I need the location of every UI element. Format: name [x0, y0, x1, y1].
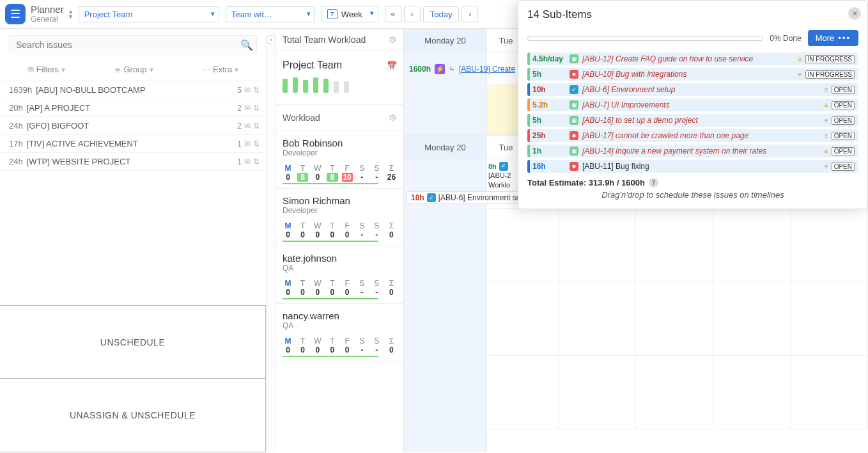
issue-type-icon: ■ — [570, 70, 578, 79]
mail-icon: ✉ — [244, 104, 251, 113]
person-role: QA — [283, 321, 397, 330]
person-name: nancy.warren — [283, 310, 397, 321]
subitem-row[interactable]: 5h ■ [ABU-10] Bug with integrations ≡ IN… — [527, 68, 858, 81]
nav-next[interactable]: › — [461, 6, 478, 22]
unschedule-zone[interactable]: UNSCHEDULE — [0, 305, 266, 379]
issue-type-icon: ▣ — [570, 116, 578, 125]
funnel-icon: ⛃ — [27, 65, 34, 74]
cal-refresh-icon[interactable]: 📅 — [387, 61, 397, 70]
sort-icon: ⇅ — [253, 157, 260, 166]
status-badge: OPEN — [832, 116, 855, 125]
drag-hint: Drag'n'drop to schedule these issues on … — [527, 190, 858, 200]
sort-icon: ⇅ — [253, 86, 260, 95]
issue-row[interactable]: 1639h[ABU] NO-BULL BOOTCAMP 5✉⇅ — [0, 81, 266, 99]
subitem-row[interactable]: 4.5h/day ▣ [ABU-12] Create FAQ guide on … — [527, 52, 858, 65]
drag-icon[interactable]: ≡ — [798, 71, 802, 78]
person-role: QA — [283, 264, 397, 273]
person-role: Developer — [283, 206, 397, 215]
workload-header: Workload ⚙ — [276, 105, 403, 131]
view-dropdown[interactable]: Team wit… — [226, 6, 315, 22]
issue-type-icon: ✓ — [570, 85, 578, 94]
date-nav: « ‹ Today › — [385, 6, 479, 22]
popup-title: 14 Sub-Items — [527, 8, 858, 21]
mail-icon: ✉ — [244, 122, 251, 131]
subitem-row[interactable]: 5h ▣ [ABU-16] to set up a demo project ≡… — [527, 114, 858, 127]
issue-type-icon: ▣ — [570, 100, 578, 109]
drag-icon[interactable]: ≡ — [825, 132, 828, 139]
search-icon[interactable]: 🔍 — [240, 39, 253, 51]
epic-icon: ⚡ — [435, 64, 445, 74]
sort-icon: ⇅ — [253, 122, 260, 131]
group-button[interactable]: ≣Group▾ — [114, 65, 153, 74]
issue-type-icon: ■ — [570, 131, 578, 140]
total-team-header: Total Team Workload ⚙ — [276, 29, 403, 51]
nav-prev[interactable]: ‹ — [404, 6, 421, 22]
issue-type-icon: ▣ — [570, 147, 578, 155]
help-icon[interactable]: ? — [649, 178, 658, 187]
drag-icon[interactable]: ≡ — [825, 163, 828, 170]
status-badge: OPEN — [832, 132, 855, 140]
team-dropdown[interactable]: Project Team — [79, 6, 219, 22]
more-dots-icon: ••• — [838, 33, 851, 43]
person-block: Bob Robinson Developer MTWTFSSΣ 080810--… — [276, 131, 403, 189]
subitem-row[interactable]: 5.2h ▣ [ABU-7] UI Improvements ≡ OPEN — [527, 99, 858, 111]
mail-icon: ✉ — [244, 86, 251, 95]
percent-done: 0% Done — [770, 34, 801, 43]
period-dropdown[interactable]: 7 Week — [322, 6, 378, 22]
person-name: Simon Richman — [283, 195, 397, 206]
filters-button[interactable]: ⛃Filters▾ — [27, 65, 65, 74]
drag-icon[interactable]: ≡ — [825, 86, 828, 93]
sort-icon: ⇅ — [253, 104, 260, 113]
status-badge: IN PROGRESS — [805, 55, 855, 63]
close-icon[interactable]: ✕ — [848, 7, 861, 20]
extra-button[interactable]: ⋯Extra▾ — [203, 65, 238, 74]
gear-icon[interactable]: ⚙ — [389, 35, 397, 45]
total-estimate: Total Estimate: 313.9h / 1600h ? — [527, 178, 858, 187]
subitems-popup: ✕ 14 Sub-Items 0% Done More••• 4.5h/day … — [518, 0, 868, 209]
issue-row[interactable]: 20h[AP] A PROJECT 2✉⇅ — [0, 99, 266, 117]
mid-column: Total Team Workload ⚙ Project Team 📅 Wor… — [276, 29, 404, 452]
gear-icon[interactable]: ⚙ — [389, 113, 397, 123]
drag-icon[interactable]: ≡ — [798, 56, 802, 63]
today-button[interactable]: Today — [423, 6, 460, 22]
person-name: Bob Robinson — [283, 138, 397, 148]
search-input[interactable] — [9, 35, 257, 54]
person-block: Simon Richman Developer MTWTFSSΣ 00000--… — [276, 189, 403, 246]
issue-row[interactable]: 24h[WTP] WEBSITE PROJECT 1✉⇅ — [0, 153, 266, 171]
team-block: Project Team 📅 — [276, 51, 403, 105]
mail-icon: ✉ — [244, 157, 251, 166]
drag-icon[interactable]: ≡ — [825, 102, 828, 109]
person-block: nancy.warren QA MTWTFSSΣ 00000--0 — [276, 304, 403, 362]
app-subtitle: General — [31, 15, 64, 24]
drag-icon[interactable]: ≡ — [825, 148, 828, 155]
status-badge: OPEN — [832, 163, 855, 171]
subitem-row[interactable]: 25h ■ [ABU-17] cannot be crawled more th… — [527, 129, 858, 142]
nav-first[interactable]: « — [385, 6, 401, 22]
subitem-row[interactable]: 16h ■ [ABU-11] Bug fixing ≡ OPEN — [527, 160, 858, 173]
status-badge: OPEN — [832, 86, 855, 94]
task-icon: ✓ — [499, 162, 508, 171]
app-badge: ☰ Planner General ▴▾ — [5, 4, 72, 24]
status-badge: OPEN — [832, 101, 855, 109]
filter-bar: ⛃Filters▾ ≣Group▾ ⋯Extra▾ — [0, 61, 266, 81]
top-task[interactable]: [ABU-19] Create — [459, 65, 515, 74]
status-badge: IN PROGRESS — [805, 70, 855, 79]
status-badge: OPEN — [832, 147, 855, 155]
drag-icon[interactable]: ≡ — [825, 117, 828, 124]
progress-bar — [527, 36, 763, 41]
subitem-row[interactable]: 10h ✓ [ABU-6] Environment setup ≡ OPEN — [527, 83, 858, 96]
person-role: Developer — [283, 148, 397, 157]
unassign-zone[interactable]: UNASSIGN & UNSCHEDULE — [0, 379, 266, 452]
issue-type-icon: ▣ — [570, 54, 578, 63]
app-title: Planner — [31, 4, 64, 15]
sidebar: 🔍 ⛃Filters▾ ≣Group▾ ⋯Extra▾ 1639h[ABU] N… — [0, 29, 266, 452]
app-switcher[interactable]: ▴▾ — [69, 9, 72, 19]
subitem-row[interactable]: 1h ▣ [ABU-14] Inquire a new payment syst… — [527, 145, 858, 157]
collapse-sidebar[interactable]: ‹ — [266, 29, 276, 452]
issue-row[interactable]: 17h[TIV] ACTIVE ACHIEVEMENT 1✉⇅ — [0, 135, 266, 153]
issue-list: 1639h[ABU] NO-BULL BOOTCAMP 5✉⇅ 20h[AP] … — [0, 81, 266, 171]
people-list: Bob Robinson Developer MTWTFSSΣ 080810--… — [276, 131, 403, 362]
issue-row[interactable]: 24h[GFO] BIGFOOT 2✉⇅ — [0, 117, 266, 135]
task-icon: ✓ — [427, 193, 436, 202]
more-button[interactable]: More••• — [808, 30, 858, 46]
